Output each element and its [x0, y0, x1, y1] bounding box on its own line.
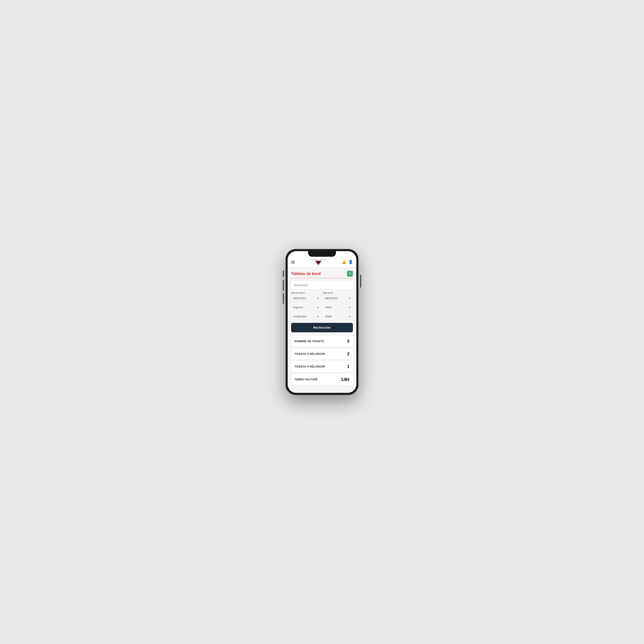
date-filter-row: Date de début 09/07/2021 ▼ Date de fin 0…: [291, 292, 353, 302]
urgence-select[interactable]: Urgence ▼: [291, 304, 321, 311]
assignation-select[interactable]: Assignation ▼: [291, 313, 321, 320]
search-input[interactable]: [294, 284, 350, 287]
silent-switch: [283, 270, 284, 277]
volume-up-button: [283, 280, 284, 291]
stat-card: TICKETS À RELANCER1: [291, 361, 353, 372]
date-debut-chevron-icon: ▼: [317, 297, 319, 300]
bell-icon[interactable]: 🔔: [342, 260, 346, 264]
power-button: [360, 275, 361, 288]
volume-down-button: [283, 293, 284, 304]
urgence-chevron-icon: ▼: [317, 306, 319, 309]
client-select[interactable]: Client ▼: [323, 304, 353, 311]
client-chevron-icon: ▼: [349, 306, 351, 309]
title-divider: [291, 278, 353, 278]
logo-text: SUPPORT HÉROS: [310, 259, 326, 260]
notch: [308, 251, 336, 257]
date-fin-select[interactable]: 09/09/2021 ▼: [323, 295, 353, 302]
assignation-group: Assignation ▼: [291, 313, 321, 320]
urgence-group: Urgence ▼: [291, 304, 321, 311]
stat-label: TICKETS À RELANCER: [295, 365, 325, 368]
assignation-value: Assignation: [293, 315, 307, 318]
client-value: Client: [325, 306, 332, 309]
statut-chevron-icon: ▼: [349, 315, 351, 318]
screen-content: SUPPORT HÉROS 🔔 👤 Tableau de bord +: [288, 251, 356, 393]
stat-label: TICKETS À RELANCER: [295, 352, 325, 355]
add-button[interactable]: +: [347, 271, 353, 277]
main-content: Tableau de bord + Date de début 09/07/20…: [288, 267, 356, 390]
stat-value: 14H: [341, 377, 349, 382]
stat-label: TEMPS FACTURÉ: [295, 378, 318, 381]
stat-card: NOMBRE DE TICKETS5: [291, 336, 353, 347]
date-fin-value: 09/09/2021: [325, 297, 338, 300]
date-debut-group: Date de début 09/07/2021 ▼: [291, 292, 321, 302]
hamburger-line-2: [291, 262, 295, 262]
stat-value: 1: [347, 364, 349, 369]
logo-triangle-icon: [315, 261, 322, 265]
client-group: Client ▼: [323, 304, 353, 311]
hamburger-menu-button[interactable]: [291, 261, 295, 263]
user-icon[interactable]: 👤: [348, 260, 353, 264]
hamburger-line-1: [291, 261, 295, 261]
assignation-chevron-icon: ▼: [317, 315, 319, 318]
date-fin-group: Date de fin 09/09/2021 ▼: [323, 292, 353, 302]
search-field-wrapper: [291, 281, 353, 289]
stat-card: TEMPS FACTURÉ14H: [291, 374, 353, 385]
date-fin-label: Date de fin: [323, 292, 353, 294]
stats-container: NOMBRE DE TICKETS5TICKETS À RELANCER2TIC…: [291, 336, 353, 385]
date-debut-select[interactable]: 09/07/2021 ▼: [291, 295, 321, 302]
date-debut-label: Date de début: [291, 292, 321, 294]
assignation-statut-row: Assignation ▼ Statut ▼: [291, 313, 353, 320]
stat-value: 5: [347, 339, 349, 344]
statut-group: Statut ▼: [323, 313, 353, 320]
urgence-value: Urgence: [293, 306, 303, 309]
phone-frame: SUPPORT HÉROS 🔔 👤 Tableau de bord +: [286, 249, 358, 395]
rechercher-button[interactable]: Rechercher: [291, 323, 353, 332]
urgence-client-row: Urgence ▼ Client ▼: [291, 304, 353, 311]
phone-screen: SUPPORT HÉROS 🔔 👤 Tableau de bord +: [288, 251, 356, 393]
stat-value: 2: [347, 351, 349, 356]
date-fin-chevron-icon: ▼: [349, 297, 351, 300]
hamburger-line-3: [291, 263, 295, 263]
statut-select[interactable]: Statut ▼: [323, 313, 353, 320]
page-title: Tableau de bord: [291, 272, 321, 276]
stat-label: NOMBRE DE TICKETS: [295, 340, 324, 343]
header-actions: 🔔 👤: [342, 260, 353, 264]
date-debut-value: 09/07/2021: [293, 297, 306, 300]
page-header-row: Tableau de bord +: [291, 271, 353, 277]
logo: SUPPORT HÉROS: [310, 259, 326, 265]
statut-value: Statut: [325, 315, 332, 318]
stat-card: TICKETS À RELANCER2: [291, 348, 353, 359]
